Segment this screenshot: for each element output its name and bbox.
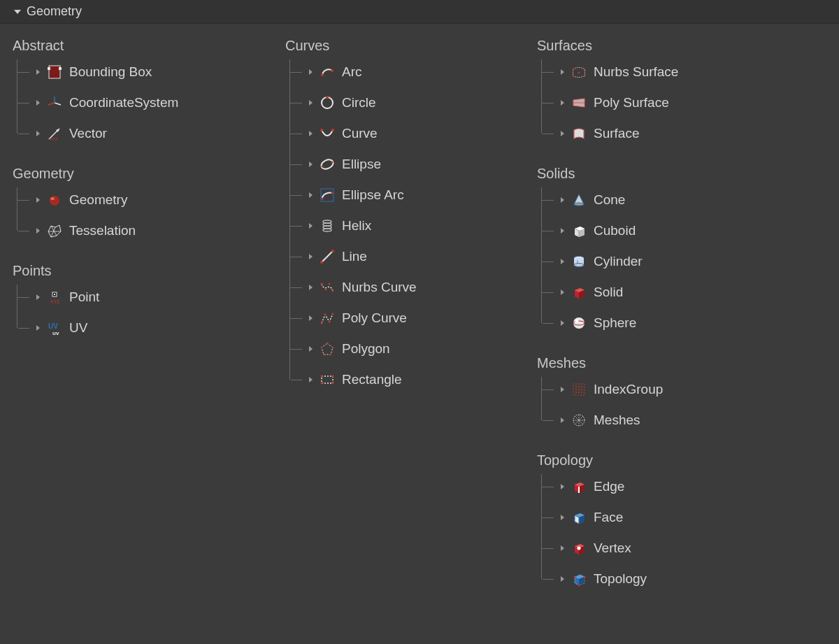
poly-curve-icon bbox=[320, 310, 335, 326]
expand-caret-icon[interactable] bbox=[309, 346, 313, 352]
tree-node[interactable]: Cone bbox=[545, 185, 803, 215]
expand-caret-icon[interactable] bbox=[36, 325, 40, 331]
column: SurfacesNurbs SurfacePoly SurfaceSurface… bbox=[537, 38, 803, 599]
expand-caret-icon[interactable] bbox=[36, 197, 40, 203]
expand-caret-icon[interactable] bbox=[561, 228, 564, 234]
tree-node[interactable]: CoordinateSystem bbox=[21, 87, 271, 118]
expand-caret-icon[interactable] bbox=[309, 162, 313, 167]
expand-caret-icon[interactable] bbox=[561, 69, 564, 75]
expand-caret-icon[interactable] bbox=[561, 197, 564, 203]
expand-caret-icon[interactable] bbox=[309, 131, 313, 136]
group-title: Curves bbox=[285, 38, 523, 54]
expand-caret-icon[interactable] bbox=[561, 131, 564, 136]
tree-node[interactable]: Edge bbox=[545, 471, 803, 502]
tree-node[interactable]: Poly Curve bbox=[294, 303, 523, 334]
expand-caret-icon[interactable] bbox=[561, 417, 564, 423]
expand-caret-icon[interactable] bbox=[36, 69, 40, 75]
expand-caret-icon[interactable] bbox=[309, 100, 313, 106]
tree-node[interactable]: Topology bbox=[545, 564, 803, 594]
tree-node[interactable]: Surface bbox=[545, 118, 803, 149]
tree-node[interactable]: Sphere bbox=[545, 308, 803, 338]
group-title: Surfaces bbox=[537, 38, 803, 54]
tree-node[interactable]: Circle bbox=[294, 87, 523, 118]
tree-node-label: Bounding Box bbox=[69, 64, 152, 80]
tree-node-label: Line bbox=[342, 249, 367, 264]
group-title: Solids bbox=[537, 166, 803, 182]
expand-caret-icon[interactable] bbox=[561, 515, 564, 520]
expand-caret-icon[interactable] bbox=[309, 192, 313, 198]
cone-icon bbox=[571, 192, 587, 208]
tree-node[interactable]: Curve bbox=[294, 118, 523, 149]
tree: ArcCircleCurveEllipseEllipse ArcHelixLin… bbox=[285, 57, 523, 395]
tree-node[interactable]: Ellipse Arc bbox=[294, 180, 523, 210]
tree-node[interactable]: Poly Surface bbox=[545, 87, 803, 118]
nurbs-surface-icon bbox=[571, 64, 587, 80]
tree-node[interactable]: Geometry bbox=[21, 185, 271, 215]
helix-icon bbox=[320, 218, 335, 234]
tree-node-label: Cylinder bbox=[594, 254, 643, 269]
circle-icon bbox=[320, 95, 335, 110]
expand-caret-icon[interactable] bbox=[561, 320, 564, 326]
expand-caret-icon[interactable] bbox=[309, 254, 313, 259]
tree: GeometryTesselation bbox=[13, 185, 271, 246]
tree-node-label: Surface bbox=[594, 126, 639, 141]
point-icon bbox=[47, 289, 62, 305]
expand-caret-icon[interactable] bbox=[36, 228, 40, 234]
expand-caret-icon[interactable] bbox=[309, 285, 313, 290]
polygon-icon bbox=[320, 341, 335, 357]
expand-caret-icon[interactable] bbox=[561, 100, 564, 106]
cuboid-icon bbox=[571, 223, 587, 238]
tree-node[interactable]: Nurbs Surface bbox=[545, 57, 803, 87]
tree-node[interactable]: Line bbox=[294, 241, 523, 272]
tree-node[interactable]: Face bbox=[545, 502, 803, 533]
tree-node-label: Vertex bbox=[594, 541, 631, 556]
expand-caret-icon[interactable] bbox=[36, 100, 40, 106]
uv-icon bbox=[47, 320, 62, 336]
tree-node[interactable]: Point bbox=[21, 282, 271, 313]
tree-node[interactable]: Rectangle bbox=[294, 364, 523, 395]
expand-caret-icon[interactable] bbox=[36, 131, 40, 136]
nurbs-curve-icon bbox=[320, 280, 335, 295]
meshes-icon bbox=[571, 413, 587, 428]
tree-node-label: Topology bbox=[594, 571, 647, 587]
expand-caret-icon[interactable] bbox=[309, 69, 313, 75]
vector-icon bbox=[47, 126, 62, 141]
tree-node[interactable]: Vector bbox=[21, 118, 271, 149]
tree-node[interactable]: Ellipse bbox=[294, 149, 523, 180]
tree-node[interactable]: Nurbs Curve bbox=[294, 272, 523, 303]
expand-caret-icon[interactable] bbox=[309, 377, 313, 382]
tree-node[interactable]: Cuboid bbox=[545, 215, 803, 246]
tree-node[interactable]: Meshes bbox=[545, 405, 803, 436]
tree-node[interactable]: Cylinder bbox=[545, 246, 803, 277]
tree-node[interactable]: Helix bbox=[294, 210, 523, 241]
expand-caret-icon[interactable] bbox=[309, 223, 313, 229]
rectangle-icon bbox=[320, 372, 335, 387]
expand-caret-icon[interactable] bbox=[561, 289, 564, 295]
expand-caret-icon[interactable] bbox=[561, 484, 564, 489]
tree-node[interactable]: Arc bbox=[294, 57, 523, 87]
panel-header[interactable]: Geometry bbox=[0, 0, 839, 24]
tree-node[interactable]: UV bbox=[21, 313, 271, 343]
tree-node[interactable]: Solid bbox=[545, 277, 803, 308]
tree-node[interactable]: Tesselation bbox=[21, 215, 271, 246]
tree-node[interactable]: Polygon bbox=[294, 334, 523, 364]
expand-caret-icon[interactable] bbox=[561, 576, 564, 582]
group: SurfacesNurbs SurfacePoly SurfaceSurface bbox=[537, 38, 803, 149]
surface-icon bbox=[571, 126, 587, 141]
tree-node[interactable]: Vertex bbox=[545, 533, 803, 564]
tree-node-label: Point bbox=[69, 289, 99, 305]
tree-node-label: Ellipse bbox=[342, 157, 381, 172]
expand-caret-icon[interactable] bbox=[561, 259, 564, 264]
geometry-panel: Geometry AbstractBounding BoxCoordinateS… bbox=[0, 0, 839, 644]
tree-node[interactable]: Bounding Box bbox=[21, 57, 271, 87]
ellipse-icon bbox=[320, 157, 335, 172]
cylinder-icon bbox=[571, 254, 587, 269]
expand-caret-icon[interactable] bbox=[561, 387, 564, 392]
tree-node[interactable]: IndexGroup bbox=[545, 374, 803, 405]
expand-caret-icon[interactable] bbox=[36, 294, 40, 300]
coordinatesystem-icon bbox=[47, 95, 62, 110]
arc-icon bbox=[320, 64, 335, 80]
expand-caret-icon[interactable] bbox=[561, 545, 564, 551]
expand-caret-icon[interactable] bbox=[309, 315, 313, 321]
tree-node-label: Face bbox=[594, 510, 623, 525]
